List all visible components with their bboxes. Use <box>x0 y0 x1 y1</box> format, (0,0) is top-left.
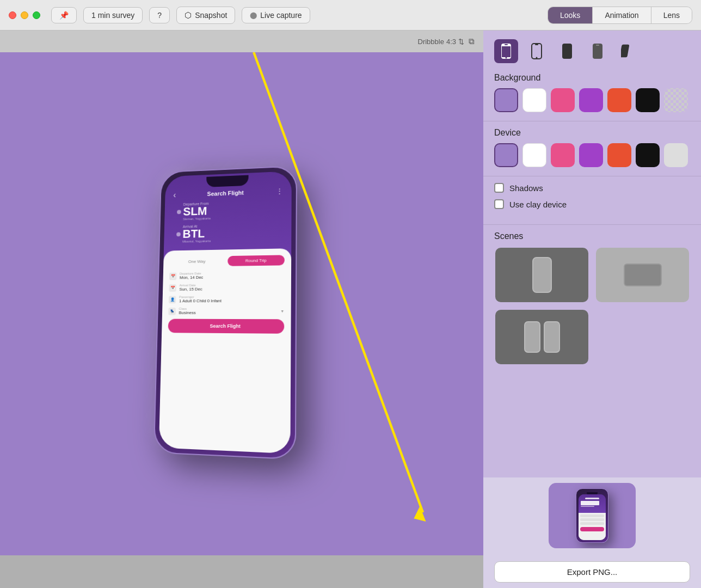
tab-group: Looks Animation Lens <box>548 7 692 24</box>
dev-color-purple[interactable] <box>494 143 518 167</box>
canvas-body: ‹ Search Flight ⋮ Departure Fro <box>0 52 483 555</box>
close-button[interactable] <box>9 11 16 19</box>
arrival-date-row: 📅 Arrival Date Sun, 15 Dec <box>169 283 284 291</box>
canvas-label: Dribbble <box>418 38 444 46</box>
dev-color-white[interactable] <box>522 143 546 167</box>
passenger-content: Passenger 1 Adult 0 Child 0 Infant <box>179 295 285 304</box>
departure-city: SLM <box>183 205 211 218</box>
bg-color-white[interactable] <box>522 88 546 112</box>
svg-rect-4 <box>502 46 511 57</box>
search-flight-button[interactable]: Search Flight <box>168 319 285 334</box>
canvas-aspect-selector[interactable]: Dribbble 4:3 ⇅ <box>418 38 465 46</box>
pin-icon: 📌 <box>59 11 69 20</box>
tab-looks[interactable]: Looks <box>548 7 593 23</box>
departure-date-icon: 📅 <box>169 272 177 280</box>
dev-color-pink[interactable] <box>551 143 575 167</box>
device-icon-solid[interactable] <box>555 39 579 63</box>
canvas-bottom-bar <box>0 555 483 588</box>
bg-color-purple[interactable] <box>494 88 518 112</box>
export-section: Export PNG... <box>483 477 701 588</box>
svg-point-8 <box>536 57 538 59</box>
device-icon-center[interactable] <box>525 39 549 63</box>
phone-notch <box>206 175 249 187</box>
passenger-value: 1 Adult 0 Child 0 Infant <box>179 298 285 303</box>
clay-device-row: Use clay device <box>494 199 690 209</box>
round-trip-tab[interactable]: Round Trip <box>227 255 285 266</box>
canvas-aspect-value: 4:3 <box>446 38 456 46</box>
tab-animation[interactable]: Animation <box>593 7 651 23</box>
device-icon-outline-back[interactable] <box>586 39 610 63</box>
svg-rect-6 <box>532 44 542 59</box>
snapshot-label: Snapshot <box>195 11 227 20</box>
app-departure-info: Departure From SLM Sleman, Yogyakarta <box>172 199 282 243</box>
departure-date-row: 📅 Departure Date Mon, 14 Dec <box>169 271 285 280</box>
arrival-sublabel: Mbantul, Yogyakarta <box>182 240 211 243</box>
passenger-icon: 👤 <box>169 296 176 303</box>
dev-color-black[interactable] <box>636 143 660 167</box>
one-way-tab[interactable]: One Way <box>169 256 224 267</box>
export-png-button[interactable]: Export PNG... <box>494 561 690 583</box>
dev-color-purple2[interactable] <box>579 143 603 167</box>
minimize-button[interactable] <box>21 11 28 19</box>
mockup-background: ‹ Search Flight ⋮ Departure Fro <box>0 52 483 555</box>
scene-single-portrait-dark[interactable] <box>494 247 589 303</box>
side-panel: Background Device <box>483 30 701 588</box>
device-section: Device <box>483 124 701 174</box>
trip-type-tabs: One Way Round Trip <box>169 255 284 267</box>
shadows-checkbox[interactable] <box>494 183 504 193</box>
app-title: Search Flight <box>207 189 244 197</box>
pin-button[interactable]: 📌 <box>51 7 77 23</box>
copy-icon[interactable]: ⧉ <box>469 36 475 46</box>
traffic-lights <box>9 11 40 19</box>
bg-color-orange[interactable] <box>607 88 631 112</box>
scene-1-preview <box>495 248 588 302</box>
bg-color-transparent[interactable] <box>664 88 688 112</box>
survey-button[interactable]: 1 min survey <box>83 7 143 23</box>
scene-single-landscape-light[interactable] <box>595 247 690 303</box>
dev-color-light-gray[interactable] <box>664 143 688 167</box>
bg-color-black[interactable] <box>636 88 660 112</box>
scene-2-preview <box>596 248 689 302</box>
shadows-label: Shadows <box>509 183 543 193</box>
class-row: 💺 Class Business ▼ <box>168 307 284 315</box>
phone-screen: ‹ Search Flight ⋮ Departure Fro <box>159 171 292 454</box>
scene-3-preview <box>495 310 588 364</box>
svg-point-5 <box>506 57 507 59</box>
arrival-city: BTL <box>182 228 211 240</box>
background-color-swatches <box>494 88 690 112</box>
maximize-button[interactable] <box>33 11 40 19</box>
live-icon: ⬤ <box>250 11 257 19</box>
live-capture-button[interactable]: ⬤ Live capture <box>242 7 310 23</box>
svg-marker-1 <box>414 506 426 522</box>
svg-rect-9 <box>562 44 572 59</box>
class-value: Business <box>179 310 277 315</box>
scene-two-phones-dark[interactable] <box>494 309 589 365</box>
scenes-title: Scenes <box>494 231 690 241</box>
dev-color-orange[interactable] <box>607 143 631 167</box>
snapshot-button[interactable]: ⬡ Snapshot <box>176 7 235 24</box>
bg-color-pink[interactable] <box>551 88 575 112</box>
scenes-section: Scenes <box>483 227 701 372</box>
background-title: Background <box>494 73 690 83</box>
device-icon-front[interactable] <box>494 39 518 63</box>
app-body: One Way Round Trip 📅 <box>159 248 291 454</box>
app-screen-content: ‹ Search Flight ⋮ Departure Fro <box>159 171 292 454</box>
arrival-date-icon: 📅 <box>169 284 176 292</box>
device-icon-angled[interactable] <box>616 39 640 63</box>
arrival-date-content: Arrival Date Sun, 15 Dec <box>179 283 284 291</box>
separator-2 <box>483 176 701 176</box>
phone-outer-frame: ‹ Search Flight ⋮ Departure Fro <box>153 166 297 460</box>
device-title: Device <box>494 128 690 138</box>
tab-lens[interactable]: Lens <box>651 7 692 23</box>
svg-rect-10 <box>593 44 602 59</box>
survey-label: 1 min survey <box>91 11 134 20</box>
svg-rect-3 <box>505 44 508 45</box>
scene-3-phones <box>524 321 560 353</box>
clay-device-checkbox[interactable] <box>494 199 504 209</box>
app-menu-icon: ⋮ <box>276 187 283 195</box>
help-button[interactable]: ? <box>149 7 170 23</box>
clay-device-label: Use clay device <box>509 200 567 209</box>
export-preview <box>549 483 636 548</box>
bg-color-purple2[interactable] <box>579 88 603 112</box>
phone-mockup: ‹ Search Flight ⋮ Departure Fro <box>153 166 297 460</box>
